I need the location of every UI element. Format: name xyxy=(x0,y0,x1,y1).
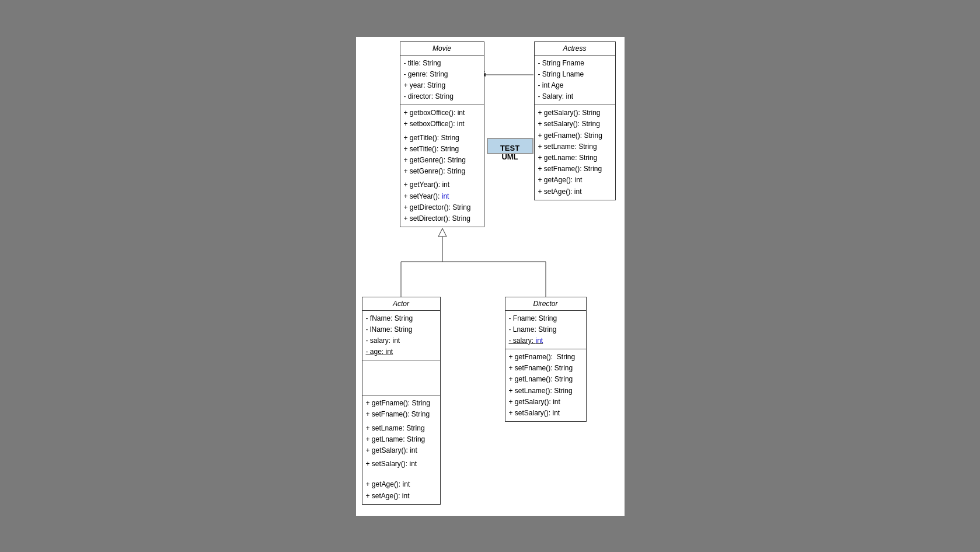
movie-methods: + getboxOffice(): int + setboxOffice(): … xyxy=(400,105,484,227)
actress-class: Actress - String Fname - String Lname - … xyxy=(534,41,616,200)
movie-class: Movie - title: String - genre: String + … xyxy=(400,41,484,228)
actress-methods: + getSalary(): String + setSalary(): Str… xyxy=(535,105,615,200)
actor-class: Actor - fName: String - lName: String - … xyxy=(362,297,441,505)
director-class: Director - Fname: String - Lname: String… xyxy=(505,297,587,422)
movie-attributes: - title: String - genre: String + year: … xyxy=(400,55,484,106)
actress-class-header: Actress xyxy=(535,42,615,55)
actor-methods2: + getFname(): String + setFname(): Strin… xyxy=(362,395,440,504)
actor-attributes: - fName: String - lName: String - salary… xyxy=(362,311,440,361)
test-uml-label: TEST UML xyxy=(500,144,519,161)
movie-class-name: Movie xyxy=(433,44,451,53)
director-class-name: Director xyxy=(533,300,557,308)
svg-marker-6 xyxy=(438,228,447,237)
test-uml-box: TEST UML xyxy=(487,138,533,154)
director-attributes: - Fname: String - Lname: String - salary… xyxy=(505,311,586,350)
director-methods: + getFname(): String + setFname(): Strin… xyxy=(505,349,586,421)
actress-attributes: - String Fname - String Lname - int Age … xyxy=(535,55,615,106)
actor-class-header: Actor xyxy=(362,297,440,311)
actress-class-name: Actress xyxy=(563,44,586,53)
movie-class-header: Movie xyxy=(400,42,484,55)
uml-canvas: 1 Movie - title: String - genre: String … xyxy=(356,37,625,516)
actor-methods xyxy=(362,360,440,395)
actor-class-name: Actor xyxy=(393,300,409,308)
director-class-header: Director xyxy=(505,297,586,311)
